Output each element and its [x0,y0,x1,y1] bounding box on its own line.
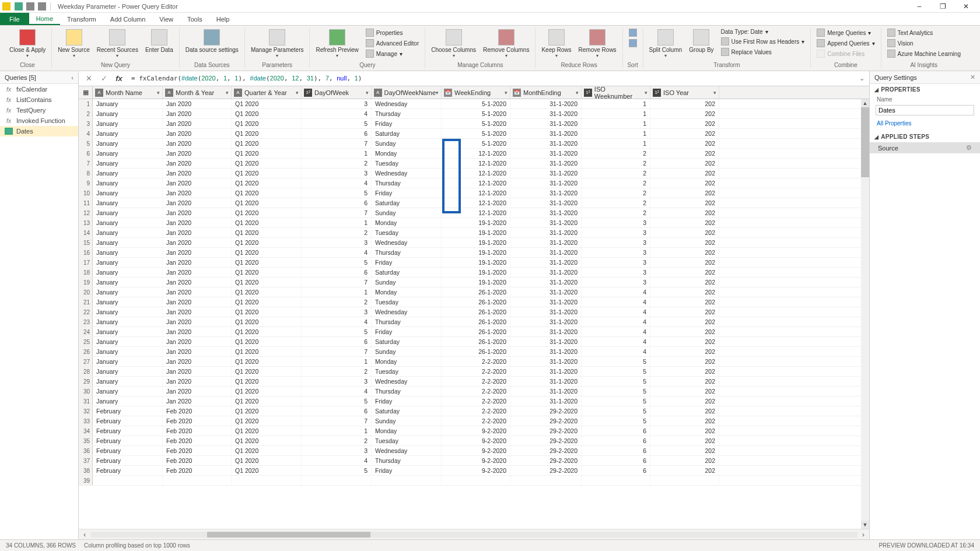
row-number[interactable]: 13 [79,218,93,227]
cell[interactable]: 202 [650,139,719,148]
row-number[interactable]: 2 [79,109,93,118]
cell[interactable]: 9-2-2020 [442,426,510,436]
cell[interactable]: Jan 2020 [163,268,232,277]
cell[interactable]: February [93,456,163,465]
row-number[interactable]: 24 [79,327,93,336]
cell[interactable]: 6 [302,268,372,277]
cell[interactable]: 202 [650,178,719,188]
cell[interactable]: Jan 2020 [163,169,232,178]
table-row[interactable]: 14JanuaryJan 2020Q1 20202Tuesday19-1-202… [79,228,869,238]
cell[interactable]: Jan 2020 [163,278,232,287]
cell[interactable]: 5 [302,327,372,336]
table-row[interactable]: 27JanuaryJan 2020Q1 20201Monday2-2-20203… [79,357,869,367]
cell[interactable]: January [93,228,163,237]
cell[interactable]: 5-1-2020 [442,119,510,128]
fx-icon[interactable]: fx [114,73,124,84]
cell[interactable]: 202 [650,416,719,426]
cell[interactable]: 2-2-2020 [442,406,510,416]
manage-parameters-button[interactable]: Manage Parameters▾ [249,28,306,59]
filter-dropdown-icon[interactable]: ▾ [645,90,648,96]
cell[interactable]: 3 [582,218,650,227]
cell[interactable]: 31-1-2020 [510,347,582,356]
cell[interactable]: January [93,139,163,148]
cell[interactable]: January [93,377,163,386]
cell[interactable]: 2 [582,188,650,198]
cell[interactable]: 6 [302,337,372,346]
cell[interactable]: Q1 2020 [232,317,302,327]
replace-values-button[interactable]: Replace Values [719,47,807,57]
tab-home[interactable]: Home [29,13,60,25]
cell[interactable]: Q1 2020 [232,367,302,376]
cell[interactable]: 202 [650,387,719,396]
cell[interactable]: 6 [302,129,372,138]
text-analytics-button[interactable]: Text Analytics [885,28,963,37]
cell[interactable]: Q1 2020 [232,169,302,178]
cell[interactable]: 29-2-2020 [510,426,582,436]
cell[interactable]: 6 [582,456,650,465]
cell[interactable]: 2 [302,228,372,237]
row-number[interactable]: 10 [79,188,93,198]
cell[interactable]: 202 [650,208,719,217]
cell[interactable]: Q1 2020 [232,258,302,267]
cell[interactable]: 202 [650,287,719,297]
cell[interactable]: Q1 2020 [232,287,302,297]
cell[interactable]: 5 [582,387,650,396]
cell[interactable]: 5 [302,119,372,128]
cell[interactable]: 202 [650,456,719,465]
cell[interactable]: Sunday [372,416,442,426]
cell[interactable]: Wednesday [372,238,442,247]
cell[interactable]: January [93,396,163,406]
cell[interactable]: 9-2-2020 [442,456,510,465]
cell[interactable]: 29-2-2020 [510,416,582,426]
cell[interactable]: Monday [372,357,442,366]
cell[interactable]: Jan 2020 [163,188,232,198]
cell[interactable]: Jan 2020 [163,218,232,227]
cell[interactable]: 31-1-2020 [510,169,582,178]
cell[interactable]: 3 [302,169,372,178]
horizontal-scrollbar[interactable]: ‹ › [79,529,869,539]
filter-dropdown-icon[interactable]: ▾ [505,90,508,96]
cell[interactable]: 19-1-2020 [442,258,510,267]
cell[interactable]: 5 [582,396,650,406]
cell[interactable]: 202 [650,198,719,208]
cell[interactable]: 7 [302,139,372,148]
scroll-up-icon[interactable]: ▲ [861,99,869,107]
group-by-button[interactable]: Group By [687,28,716,54]
cell[interactable]: Q1 2020 [232,188,302,198]
cell[interactable]: 31-1-2020 [510,327,582,336]
cancel-formula-icon[interactable]: ✕ [83,73,94,84]
cell[interactable]: 9-2-2020 [442,446,510,455]
cell[interactable]: Feb 2020 [163,446,232,455]
cell[interactable]: Saturday [372,406,442,416]
cell[interactable]: 3 [582,258,650,267]
cell[interactable]: 202 [650,436,719,445]
cell[interactable]: Friday [372,466,442,475]
cell[interactable]: 31-1-2020 [510,396,582,406]
maximize-button[interactable]: ❐ [931,1,954,12]
tab-view[interactable]: View [152,13,180,25]
cell[interactable]: 4 [582,307,650,317]
filter-dropdown-icon[interactable]: ▾ [157,90,160,96]
cell[interactable]: 6 [302,406,372,416]
row-number[interactable]: 19 [79,278,93,287]
cell[interactable]: 31-1-2020 [510,149,582,158]
cell[interactable]: 31-1-2020 [510,297,582,307]
cell[interactable]: 4 [302,387,372,396]
cell[interactable]: Jan 2020 [163,307,232,317]
cell[interactable]: 26-1-2020 [442,347,510,356]
cell[interactable]: 2 [582,159,650,168]
cell[interactable] [163,476,232,485]
cell[interactable]: 9-2-2020 [442,436,510,445]
cell[interactable]: 7 [302,416,372,426]
cell[interactable]: 2 [302,297,372,307]
row-number[interactable]: 17 [79,258,93,267]
cell[interactable]: Saturday [372,198,442,208]
query-item[interactable]: fxInvoked Function [0,115,78,126]
cell[interactable]: Q1 2020 [232,119,302,128]
column-header[interactable]: 1²ISO Year▾ [650,86,719,99]
table-row[interactable]: 17JanuaryJan 2020Q1 20205Friday19-1-2020… [79,258,869,268]
cell[interactable]: Q1 2020 [232,139,302,148]
table-row[interactable]: 29JanuaryJan 2020Q1 20203Wednesday2-2-20… [79,377,869,387]
cell[interactable]: 31-1-2020 [510,258,582,267]
cell[interactable]: 202 [650,149,719,158]
